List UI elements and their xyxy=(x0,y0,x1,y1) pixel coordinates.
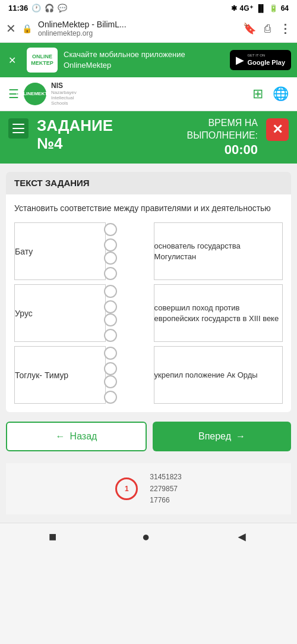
next-arrow-icon: → xyxy=(236,431,245,442)
status-bar: 11:36 🕐 🎧 💬 ✱ 4G⁺ ▐▌ 🔋 64 xyxy=(0,0,297,15)
task-header: ЗАДАНИЕ №4 ВРЕМЯ НА ВЫПОЛНЕНИЕ: 00:00 ✕ xyxy=(0,111,297,164)
status-time: 11:36 xyxy=(8,4,28,12)
lock-icon: 🔒 xyxy=(22,24,32,33)
task-title-block: ЗАДАНИЕ №4 xyxy=(37,117,179,153)
next-label: Вперед xyxy=(198,431,231,442)
radio-bottom-1b[interactable] xyxy=(104,267,117,280)
alarm-icon: 🕐 xyxy=(31,4,41,12)
battery-icon: 🔋 xyxy=(269,4,278,12)
recents-button[interactable]: ■ xyxy=(49,529,56,545)
nav-left: ☰ ONLINE MEKTEP NIS Nazarbayev Intellect… xyxy=(8,82,77,106)
radio-bottom-2[interactable] xyxy=(104,300,117,313)
table-row: Урус совершил поход против европейских г… xyxy=(15,285,283,342)
radio-bottom-1[interactable] xyxy=(104,238,117,252)
radio-bottom-3b[interactable] xyxy=(104,391,117,404)
back-nav-button[interactable]: ◄ xyxy=(235,529,248,545)
radio-top-1[interactable] xyxy=(104,223,117,236)
radio-top-3[interactable] xyxy=(104,347,117,360)
google-play-label: GET IT ON xyxy=(247,54,285,58)
status-right: ✱ 4G⁺ ▐▌ 🔋 64 xyxy=(231,4,289,12)
task-box-title: ТЕКСТ ЗАДАНИЯ xyxy=(14,178,90,188)
hamburger-button[interactable] xyxy=(8,118,29,139)
nis-branding: NIS Nazarbayev Intellectual Schools xyxy=(51,82,77,106)
banner-logo: ONLINE MEKTEP xyxy=(27,48,58,73)
match-right-urus: совершил поход против европейских госуда… xyxy=(154,285,282,342)
google-play-button[interactable]: ▶ GET IT ON Google Play xyxy=(230,50,291,70)
table-row: Бату основатель государства Могулистан xyxy=(15,223,283,280)
browser-title: OnlineMektep - BilimL... onlinemektep.or… xyxy=(38,20,237,37)
nis-label: NIS xyxy=(51,82,77,90)
radio-top-2b[interactable] xyxy=(104,313,117,326)
radio-bottom-2b[interactable] xyxy=(104,329,117,342)
next-button[interactable]: Вперед → xyxy=(153,422,291,451)
task-box: ТЕКСТ ЗАДАНИЯ Установить соответствие ме… xyxy=(6,172,291,413)
task-number: №4 xyxy=(37,134,179,153)
bottom-info: 1 31451823 2279857 17766 xyxy=(6,463,291,514)
browser-icons: 🔖 ⎙ ⋮ xyxy=(243,21,291,36)
task-time-block: ВРЕМЯ НА ВЫПОЛНЕНИЕ: 00:00 xyxy=(187,117,258,158)
google-play-icon: ▶ xyxy=(236,54,244,67)
table-row: Тоглук- Тимур укрепил положение Ак Орды xyxy=(15,347,283,404)
system-nav: ■ ● ◄ xyxy=(0,523,297,551)
browser-bar: ✕ 🔒 OnlineMektep - BilimL... onlinemekte… xyxy=(0,15,297,43)
match-left-batu: Бату xyxy=(15,223,106,280)
page-title: OnlineMektep - BilimL... xyxy=(38,20,237,29)
match-radios-2[interactable] xyxy=(106,285,114,313)
banner-text: Скачайте мобильное приложение OnlineMekt… xyxy=(64,49,224,71)
main-content: ТЕКСТ ЗАДАНИЯ Установить соответствие ме… xyxy=(0,164,297,523)
match-left-togluk: Тоглук- Тимур xyxy=(15,347,106,404)
action-buttons: ← Назад Вперед → xyxy=(6,422,291,451)
bookmark-icon[interactable]: 🔖 xyxy=(243,22,256,35)
nis-subtitle: Nazarbayev Intellectual Schools xyxy=(51,90,77,106)
close-tab-button[interactable]: ✕ xyxy=(6,21,16,36)
nav-right: ⊞ 🌐 xyxy=(252,86,289,102)
home-button[interactable]: ● xyxy=(142,529,150,545)
bluetooth-icon: ✱ xyxy=(231,4,237,12)
google-play-text: GET IT ON Google Play xyxy=(247,54,285,67)
whatsapp-icon: 💬 xyxy=(58,4,67,12)
task-time-value: 00:00 xyxy=(187,142,258,158)
close-task-button[interactable]: ✕ xyxy=(266,118,289,141)
signal2-icon: ▐▌ xyxy=(256,4,266,12)
nav-bar: ☰ ONLINE MEKTEP NIS Nazarbayev Intellect… xyxy=(0,77,297,111)
match-radios-1b[interactable] xyxy=(106,252,114,280)
back-button[interactable]: ← Назад xyxy=(6,422,147,451)
back-label: Назад xyxy=(70,431,97,442)
list-icon[interactable]: ⊞ xyxy=(252,86,263,102)
status-left: 11:36 🕐 🎧 💬 xyxy=(8,4,67,12)
matching-table: Бату основатель государства Могулистан У… xyxy=(14,222,283,404)
task-label: ЗАДАНИЕ xyxy=(37,117,179,134)
match-radios-2b[interactable] xyxy=(106,313,114,342)
radio-top-2[interactable] xyxy=(104,285,117,298)
radio-top-1b[interactable] xyxy=(104,252,117,265)
match-radios-3[interactable] xyxy=(106,347,114,375)
progress-circle: 1 xyxy=(115,477,138,500)
globe-icon[interactable]: 🌐 xyxy=(273,86,289,102)
task-description: Установить соответствие между правителям… xyxy=(14,203,283,215)
task-time-label: ВРЕМЯ НА ВЫПОЛНЕНИЕ: xyxy=(187,117,258,142)
app-banner: ✕ ONLINE MEKTEP Скачайте мобильное прило… xyxy=(0,43,297,77)
banner-close-icon[interactable]: ✕ xyxy=(6,52,18,68)
google-play-name: Google Play xyxy=(247,58,285,67)
back-arrow-icon: ← xyxy=(56,431,65,442)
close-x-icon: ✕ xyxy=(272,122,283,137)
match-radios-3b[interactable] xyxy=(106,375,114,404)
battery-level: 64 xyxy=(281,4,289,12)
match-radios-1[interactable] xyxy=(106,223,114,252)
more-icon[interactable]: ⋮ xyxy=(279,21,291,36)
task-box-header: ТЕКСТ ЗАДАНИЯ xyxy=(6,172,291,194)
radio-bottom-3[interactable] xyxy=(104,362,117,375)
match-right-batu: основатель государства Могулистан xyxy=(154,223,282,280)
share-icon[interactable]: ⎙ xyxy=(264,23,271,35)
match-left-urus: Урус xyxy=(15,285,106,342)
bottom-numbers: 31451823 2279857 17766 xyxy=(150,472,181,506)
signal-icon: 4G⁺ xyxy=(240,4,253,12)
site-logo: ONLINE MEKTEP xyxy=(24,83,46,105)
headset-icon: 🎧 xyxy=(45,4,54,12)
match-right-togluk: укрепил положение Ак Орды xyxy=(154,347,282,404)
circle-label: 1 xyxy=(125,485,129,493)
radio-top-3b[interactable] xyxy=(104,375,117,388)
page-url: onlinemektep.org xyxy=(38,29,237,37)
